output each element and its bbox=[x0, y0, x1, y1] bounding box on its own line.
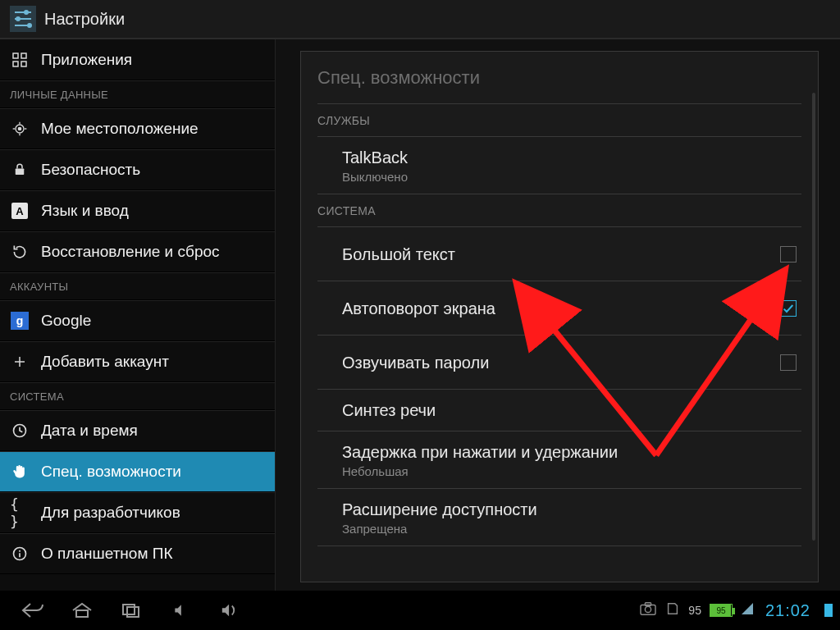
row-accessibility-extension[interactable]: Расширение доступности Запрещена bbox=[317, 489, 801, 546]
titlebar: Настройки bbox=[0, 0, 840, 39]
section-header-system: СИСТЕМА bbox=[317, 194, 801, 227]
sidebar-item-label: Дата и время bbox=[41, 422, 138, 440]
main-panel: Спец. возможности СЛУЖБЫ TalkBack Выключ… bbox=[276, 39, 840, 591]
refresh-icon bbox=[10, 242, 30, 262]
svg-rect-8 bbox=[21, 53, 26, 58]
sidebar-item-accessibility[interactable]: Спец. возможности bbox=[0, 451, 275, 492]
battery-icon: 95 bbox=[710, 604, 733, 617]
row-sub: Небольшая bbox=[342, 464, 801, 478]
screenshot-icon bbox=[639, 601, 657, 619]
row-touch-delay[interactable]: Задержка при нажатии и удержании Небольш… bbox=[317, 431, 801, 489]
svg-rect-10 bbox=[21, 62, 26, 66]
settings-icon bbox=[7, 2, 39, 35]
svg-point-12 bbox=[18, 127, 21, 130]
sidebar-item-label: Мое местоположение bbox=[41, 120, 199, 138]
sidebar-item-label: Восстановление и сброс bbox=[41, 243, 220, 261]
row-title: TalkBack bbox=[342, 147, 801, 168]
braces-icon: { } bbox=[10, 503, 30, 523]
checkbox-auto-rotate[interactable] bbox=[780, 300, 797, 317]
apps-icon bbox=[10, 50, 30, 70]
svg-point-2 bbox=[24, 10, 29, 15]
row-title: Большой текст bbox=[342, 244, 780, 265]
lock-icon bbox=[10, 160, 30, 180]
hand-icon bbox=[10, 462, 30, 482]
row-title: Автоповорот экрана bbox=[342, 298, 780, 319]
row-title: Синтез речи bbox=[342, 399, 801, 421]
keyboard-icon: A bbox=[10, 201, 30, 221]
sidebar-item-label: О планшетном ПК bbox=[41, 545, 173, 563]
svg-rect-29 bbox=[646, 603, 651, 606]
nav-back-button[interactable] bbox=[8, 592, 57, 628]
row-auto-rotate[interactable]: Автоповорот экрана bbox=[317, 281, 801, 336]
section-header-services: СЛУЖБЫ bbox=[317, 104, 801, 137]
sidebar-header-accounts: АККАУНТЫ bbox=[0, 272, 275, 300]
svg-rect-9 bbox=[13, 62, 18, 66]
sidebar-item-label: Спец. возможности bbox=[41, 463, 181, 481]
clock-icon bbox=[10, 421, 30, 441]
row-large-text[interactable]: Большой текст bbox=[317, 227, 801, 281]
battery-vertical-icon bbox=[824, 603, 832, 618]
info-icon bbox=[10, 544, 30, 564]
sidebar-item-backup-reset[interactable]: Восстановление и сброс bbox=[0, 231, 275, 272]
sidebar-item-language[interactable]: A Язык и ввод bbox=[0, 190, 275, 231]
row-speak-passwords[interactable]: Озвучивать пароли bbox=[317, 336, 801, 390]
row-title: Озвучивать пароли bbox=[342, 352, 780, 373]
svg-rect-26 bbox=[127, 607, 139, 617]
sidebar-header-system: СИСТЕМА bbox=[0, 382, 275, 410]
svg-point-6 bbox=[27, 23, 32, 28]
svg-rect-24 bbox=[76, 610, 88, 617]
sidebar-item-developer[interactable]: { } Для разработчиков bbox=[0, 492, 275, 533]
row-talkback[interactable]: TalkBack Выключено bbox=[317, 137, 801, 194]
sidebar-item-add-account[interactable]: Добавить аккаунт bbox=[0, 341, 275, 382]
title-text: Настройки bbox=[44, 10, 125, 29]
screen-title: Спец. возможности bbox=[317, 52, 801, 104]
sidebar-item-label: Добавить аккаунт bbox=[41, 353, 169, 371]
row-sub: Выключено bbox=[342, 170, 801, 184]
svg-rect-7 bbox=[13, 53, 18, 58]
row-tts[interactable]: Синтез речи bbox=[317, 390, 801, 431]
row-sub: Запрещена bbox=[342, 522, 801, 536]
sidebar-item-label: Google bbox=[41, 312, 91, 330]
checkbox-large-text[interactable] bbox=[780, 246, 797, 262]
plus-icon bbox=[10, 352, 30, 372]
svg-point-28 bbox=[646, 606, 651, 612]
sidebar-item-label: Язык и ввод bbox=[41, 202, 129, 220]
row-title: Расширение доступности bbox=[342, 499, 801, 520]
sdcard-icon bbox=[665, 601, 680, 619]
system-navbar: 95 95 21:02 bbox=[0, 591, 840, 630]
checkbox-speak-passwords[interactable] bbox=[780, 354, 797, 371]
sidebar-item-google[interactable]: g Google bbox=[0, 300, 275, 341]
nav-home-button[interactable] bbox=[57, 592, 107, 628]
location-icon bbox=[10, 119, 30, 139]
sidebar-item-apps[interactable]: Приложения bbox=[0, 39, 275, 80]
sidebar-item-label: Приложения bbox=[41, 51, 132, 69]
battery-percent-text: 95 bbox=[688, 604, 701, 617]
nav-recent-button[interactable] bbox=[107, 592, 156, 628]
google-icon: g bbox=[10, 311, 30, 331]
sidebar-item-datetime[interactable]: Дата и время bbox=[0, 410, 275, 451]
status-area[interactable]: 95 95 21:02 bbox=[639, 601, 832, 620]
svg-rect-25 bbox=[123, 605, 135, 614]
svg-point-23 bbox=[19, 550, 21, 552]
sidebar-item-about[interactable]: О планшетном ПК bbox=[0, 533, 275, 574]
svg-rect-17 bbox=[16, 169, 25, 176]
sidebar-item-label: Безопасность bbox=[41, 161, 140, 179]
svg-point-4 bbox=[16, 16, 21, 21]
sidebar-item-label: Для разработчиков bbox=[41, 504, 180, 522]
settings-sidebar: Приложения ЛИЧНЫЕ ДАННЫЕ Мое местоположе… bbox=[0, 39, 276, 591]
status-clock: 21:02 bbox=[765, 601, 810, 620]
sidebar-item-location[interactable]: Мое местоположение bbox=[0, 108, 275, 149]
nav-volume-down-button[interactable] bbox=[156, 592, 205, 628]
signal-icon bbox=[741, 602, 754, 619]
sidebar-header-personal: ЛИЧНЫЕ ДАННЫЕ bbox=[0, 80, 275, 108]
nav-volume-up-button[interactable] bbox=[205, 592, 254, 628]
row-title: Задержка при нажатии и удержании bbox=[342, 441, 801, 463]
sidebar-item-security[interactable]: Безопасность bbox=[0, 149, 275, 190]
